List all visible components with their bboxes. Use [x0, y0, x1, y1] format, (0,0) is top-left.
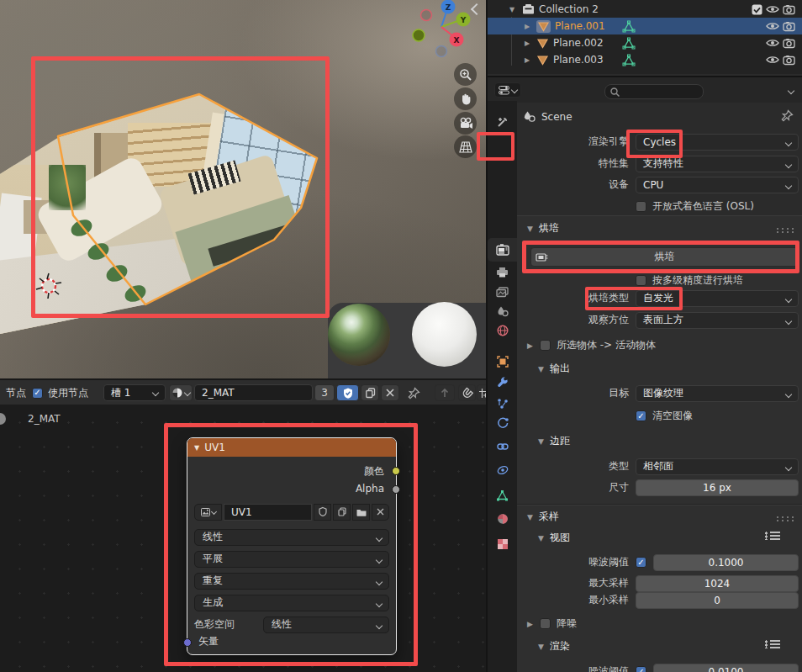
- selected-to-active-row[interactable]: ▶ 所选物体 -> 活动物体: [527, 336, 802, 354]
- camera-view-button[interactable]: [454, 112, 477, 135]
- material-browse-button[interactable]: [169, 384, 193, 401]
- duplicate-material-button[interactable]: [361, 384, 379, 401]
- multires-checkbox[interactable]: [636, 275, 646, 286]
- gizmo-neg-y[interactable]: [413, 29, 425, 41]
- object-name[interactable]: Plane.001: [555, 20, 605, 32]
- render-sampling-header[interactable]: ▼ 渲染: [538, 639, 570, 653]
- tab-material[interactable]: [488, 508, 517, 530]
- orthographic-toggle-button[interactable]: [454, 135, 477, 158]
- margin-size-slider[interactable]: 16 px: [636, 479, 799, 496]
- image-fake-user-button[interactable]: [314, 504, 331, 521]
- tab-tool[interactable]: [488, 111, 517, 133]
- projection-dropdown[interactable]: 平展: [194, 551, 389, 568]
- viewport-sampling-header[interactable]: ▼ 视图: [538, 531, 570, 545]
- tab-texture[interactable]: [488, 533, 517, 555]
- target-dropdown[interactable]: 图像纹理: [636, 385, 799, 402]
- image-texture-node[interactable]: ▼ UV1 颜色 Alpha UV1: [187, 437, 397, 655]
- render-noise-threshold-slider[interactable]: 0.0100: [653, 664, 799, 672]
- tab-object[interactable]: [488, 351, 517, 373]
- object-name[interactable]: Plane.003: [553, 54, 604, 66]
- tab-object-data[interactable]: [488, 484, 517, 506]
- interpolation-dropdown[interactable]: 线性: [194, 529, 389, 546]
- preset-menu-icon[interactable]: [765, 640, 780, 648]
- preset-menu-icon[interactable]: [765, 532, 780, 540]
- noise-threshold-slider[interactable]: 0.1000: [653, 554, 799, 571]
- use-nodes-checkbox[interactable]: ✓: [32, 384, 43, 401]
- tab-output[interactable]: [488, 261, 517, 283]
- go-parent-node-tree-button[interactable]: [435, 384, 455, 401]
- material-name-field[interactable]: 2_MAT: [194, 384, 313, 401]
- image-open-button[interactable]: [352, 504, 370, 521]
- node-collapse-icon[interactable]: ▼: [194, 444, 199, 452]
- pan-button[interactable]: [454, 87, 477, 110]
- eye-icon[interactable]: [766, 55, 779, 65]
- expand-icon[interactable]: ▶: [522, 23, 532, 30]
- source-dropdown[interactable]: 生成: [194, 595, 389, 611]
- eye-icon[interactable]: [766, 21, 779, 31]
- margin-type-dropdown[interactable]: 相邻面: [636, 458, 799, 475]
- gizmo-neg-z[interactable]: [436, 46, 447, 57]
- outliner-row-plane002[interactable]: ▶ Plane.002: [488, 34, 802, 51]
- pin-icon[interactable]: [781, 109, 794, 122]
- snap-target-dropdown[interactable]: [477, 384, 486, 401]
- eye-icon[interactable]: [766, 4, 779, 14]
- tab-forcefield[interactable]: [488, 459, 517, 481]
- tab-render[interactable]: [488, 238, 517, 262]
- render-noise-threshold-checkbox[interactable]: ✓: [636, 666, 646, 672]
- tab-modifiers[interactable]: [488, 372, 517, 394]
- colorspace-dropdown[interactable]: 线性: [263, 616, 389, 633]
- snap-toggle-button[interactable]: [458, 384, 476, 401]
- camera-toggle-icon[interactable]: [783, 4, 795, 14]
- pin-button[interactable]: [408, 384, 420, 401]
- feature-set-dropdown[interactable]: 支持特性: [636, 156, 799, 172]
- outliner-row-plane001[interactable]: ▶ Plane.001: [488, 18, 802, 34]
- color-output-socket[interactable]: [392, 467, 400, 475]
- vector-input-socket[interactable]: [183, 638, 192, 647]
- panel-drag-handle-icon[interactable]: [775, 227, 794, 233]
- denoise-row[interactable]: ▶ 降噪: [527, 615, 802, 632]
- breadcrumb-scene[interactable]: Scene: [541, 111, 572, 123]
- navigation-gizmo[interactable]: Z Y X: [412, 0, 472, 61]
- clear-image-checkbox[interactable]: ✓: [636, 410, 646, 421]
- view-from-dropdown[interactable]: 表面上方: [636, 312, 799, 329]
- viewport-3d[interactable]: Z Y X: [0, 0, 486, 378]
- expand-icon[interactable]: ▶: [522, 40, 532, 47]
- bake-button[interactable]: 烘培: [530, 247, 799, 267]
- denoise-checkbox[interactable]: [540, 618, 551, 629]
- noise-threshold-checkbox[interactable]: ✓: [636, 557, 646, 568]
- device-dropdown[interactable]: CPU: [636, 177, 799, 193]
- mesh-data-icon[interactable]: [622, 37, 636, 50]
- camera-toggle-icon[interactable]: [783, 55, 795, 65]
- mesh-data-icon[interactable]: [622, 54, 636, 66]
- image-unlink-button[interactable]: [372, 504, 389, 521]
- sampling-section-header[interactable]: ▼ 采样: [527, 510, 559, 524]
- collection-name[interactable]: Collection 2: [539, 3, 599, 15]
- margin-subsection-header[interactable]: ▼ 边距: [538, 434, 570, 448]
- osl-checkbox[interactable]: [636, 201, 646, 212]
- slot-dropdown[interactable]: 槽 1: [103, 384, 166, 401]
- bake-type-dropdown[interactable]: 自发光: [636, 290, 799, 307]
- object-name[interactable]: Plane.002: [553, 37, 604, 49]
- collection-row[interactable]: ▼ Collection 2: [488, 1, 802, 18]
- tab-constraints[interactable]: [488, 436, 517, 458]
- image-browse-button[interactable]: [194, 504, 222, 521]
- image-name-field[interactable]: UV1: [224, 504, 312, 521]
- expand-icon[interactable]: ▼: [507, 6, 517, 13]
- render-engine-dropdown[interactable]: Cycles: [636, 134, 799, 151]
- output-subsection-header[interactable]: ▼ 输出: [538, 362, 570, 376]
- tab-physics[interactable]: [488, 412, 517, 434]
- shader-node-editor[interactable]: 2_MAT ▼ UV1 颜色 Alpha UV1: [0, 405, 486, 672]
- camera-toggle-icon[interactable]: [783, 21, 795, 31]
- outliner-row-plane003[interactable]: ▶ Plane.003: [488, 51, 802, 68]
- alpha-output-socket[interactable]: [392, 485, 400, 494]
- max-samples-slider[interactable]: 1024: [636, 575, 799, 592]
- bake-section-header[interactable]: ▼ 烘培: [527, 221, 559, 235]
- header-menu-chevron-icon[interactable]: [788, 87, 794, 94]
- min-samples-slider[interactable]: 0: [636, 592, 799, 609]
- node-header[interactable]: ▼ UV1: [187, 438, 396, 457]
- mesh-data-icon[interactable]: [622, 20, 636, 33]
- expand-icon[interactable]: ▶: [522, 56, 532, 64]
- camera-toggle-icon[interactable]: [783, 38, 795, 48]
- material-users-button[interactable]: 3: [314, 384, 335, 401]
- properties-search-input[interactable]: [604, 84, 704, 99]
